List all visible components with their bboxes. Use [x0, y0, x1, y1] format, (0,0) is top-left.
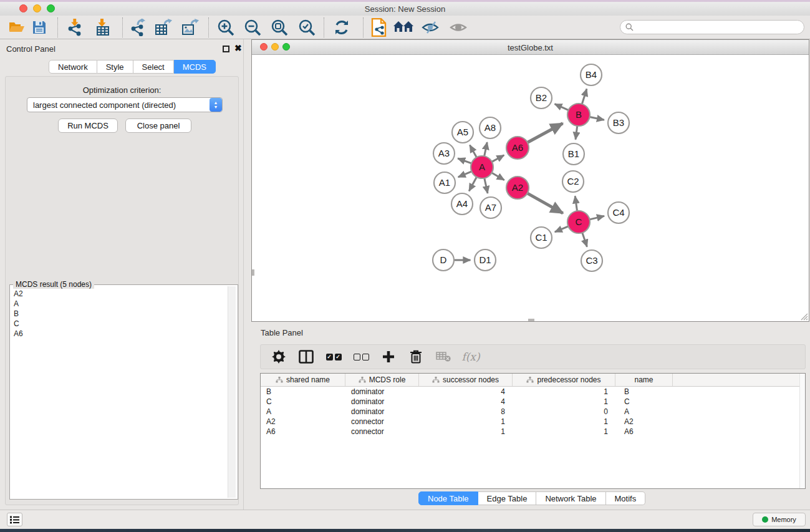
graph-node-C1[interactable]: C1: [531, 227, 552, 248]
table-cell[interactable]: C: [261, 397, 345, 406]
graph-edge-B-B3[interactable]: [590, 117, 604, 120]
graph-edge-C-C4[interactable]: [590, 216, 604, 220]
table-cell[interactable]: A6: [261, 427, 345, 436]
table-cell[interactable]: 1: [513, 417, 615, 426]
table-row[interactable]: A6connector11A6: [261, 427, 805, 437]
table-cell[interactable]: 1: [513, 427, 615, 436]
table-cell[interactable]: dominator: [345, 387, 419, 396]
graph-edge-A-A6[interactable]: [492, 155, 504, 162]
graph-node-C[interactable]: C: [567, 211, 590, 233]
export-network-icon[interactable]: [127, 18, 148, 37]
zoom-selected-icon[interactable]: [296, 18, 317, 37]
show-all-eye-icon[interactable]: [448, 18, 469, 37]
graph-node-C3[interactable]: C3: [581, 250, 602, 271]
optimization-criterion-select[interactable]: largest connected component (directed) ▲…: [27, 97, 223, 112]
tab-network[interactable]: Network: [49, 60, 97, 74]
table-cell[interactable]: connector: [345, 417, 419, 426]
graph-edge-C-C3[interactable]: [582, 233, 587, 247]
table-cell[interactable]: C: [615, 397, 673, 406]
close-panel-button[interactable]: Close panel: [125, 118, 191, 133]
horizontal-scroll-nub[interactable]: [528, 319, 534, 321]
table-cell[interactable]: 1: [419, 427, 513, 436]
table-cell[interactable]: B: [615, 387, 673, 396]
resize-grip-icon[interactable]: [799, 312, 808, 321]
run-mcds-button[interactable]: Run MCDS: [58, 118, 118, 133]
delete-table-icon[interactable]: [434, 349, 453, 365]
mcds-result-item[interactable]: A6: [11, 329, 228, 339]
table-cell[interactable]: A: [261, 407, 345, 416]
graph-node-A7[interactable]: A7: [480, 197, 501, 218]
graph-edge-A-A7[interactable]: [485, 178, 488, 193]
settings-gear-icon[interactable]: [269, 349, 288, 365]
home-icon[interactable]: [393, 18, 414, 37]
table-cell[interactable]: 1: [513, 387, 615, 396]
graph-node-A1[interactable]: A1: [434, 172, 455, 193]
memory-button[interactable]: Memory: [753, 513, 806, 526]
zoom-fit-icon[interactable]: [269, 18, 290, 37]
table-cell[interactable]: dominator: [345, 407, 419, 416]
hide-selected-eye-icon[interactable]: [420, 18, 441, 37]
table-cell[interactable]: 1: [419, 417, 513, 426]
zoom-out-icon[interactable]: [242, 18, 263, 37]
tab-motifs[interactable]: Motifs: [606, 491, 646, 505]
graph-edge-B-B2[interactable]: [555, 104, 569, 110]
close-panel-icon[interactable]: ✖: [234, 45, 242, 52]
column-header-shared-name[interactable]: shared name: [261, 374, 345, 386]
network-window-titlebar[interactable]: testGlobe.txt: [252, 40, 809, 55]
graph-node-D[interactable]: D: [433, 249, 454, 271]
column-header-predecessor-nodes[interactable]: predecessor nodes: [513, 374, 615, 386]
table-row[interactable]: Cdominator41C: [261, 397, 805, 407]
graph-edge-A-A4[interactable]: [469, 177, 476, 191]
mcds-result-item[interactable]: A2: [11, 289, 228, 299]
mcds-result-list[interactable]: A2ABCA6: [11, 289, 228, 339]
table-cell[interactable]: 4: [419, 387, 513, 396]
tab-mcds[interactable]: MCDS: [174, 60, 216, 74]
table-cell[interactable]: 8: [419, 407, 513, 416]
graph-edge-C-C1[interactable]: [555, 226, 569, 232]
float-panel-icon[interactable]: [223, 46, 229, 52]
table-cell[interactable]: dominator: [345, 397, 419, 406]
table-cell[interactable]: A2: [615, 417, 673, 426]
zoom-in-icon[interactable]: [215, 18, 236, 37]
open-session-icon[interactable]: [6, 18, 27, 37]
graph-edge-A-A8[interactable]: [485, 142, 488, 156]
result-scrollbar[interactable]: [228, 286, 236, 498]
graph-edge-A-A1[interactable]: [458, 172, 472, 177]
graph-node-D1[interactable]: D1: [475, 249, 496, 271]
graph-node-C2[interactable]: C2: [562, 171, 584, 192]
graph-edge-A-A5[interactable]: [470, 145, 476, 158]
graph-node-B3[interactable]: B3: [608, 112, 629, 133]
column-header-name[interactable]: name: [615, 374, 673, 386]
graph-edge-A-A3[interactable]: [458, 158, 471, 163]
graph-edge-A-A2[interactable]: [492, 173, 504, 180]
apply-layout-icon[interactable]: [331, 18, 352, 37]
column-chooser-icon[interactable]: [297, 349, 316, 365]
graph-node-A8[interactable]: A8: [480, 117, 501, 138]
graph-node-B4[interactable]: B4: [581, 64, 602, 85]
table-cell[interactable]: 1: [513, 397, 615, 406]
function-builder-icon[interactable]: f(x): [461, 349, 480, 365]
tab-style[interactable]: Style: [97, 60, 133, 74]
import-table-icon[interactable]: [92, 18, 113, 37]
graph-node-B1[interactable]: B1: [563, 143, 584, 165]
export-table-icon[interactable]: [153, 18, 174, 37]
column-header-MCDS-role[interactable]: MCDS role: [345, 374, 419, 386]
table-row[interactable]: A2connector11A2: [261, 417, 805, 427]
table-cell[interactable]: A6: [615, 427, 673, 436]
graph-node-C4[interactable]: C4: [608, 202, 629, 223]
tab-node-table[interactable]: Node Table: [418, 491, 478, 505]
graph-edge-B-B1[interactable]: [576, 126, 577, 140]
table-cell[interactable]: connector: [345, 427, 419, 436]
table-cell[interactable]: 0: [513, 407, 615, 416]
graph-node-A6[interactable]: A6: [506, 137, 529, 159]
network-graph-canvas[interactable]: AA1A3A5A8A4A7A6A2BB1B2B3B4CC1C2C3C4DD1: [252, 55, 809, 321]
table-cell[interactable]: 4: [419, 397, 513, 406]
graph-edge-A6-B[interactable]: [528, 123, 563, 143]
deselect-all-checks-icon[interactable]: [352, 349, 370, 365]
export-image-icon[interactable]: [180, 18, 201, 37]
table-cell[interactable]: A: [615, 407, 673, 416]
vertical-scroll-nub[interactable]: [252, 269, 254, 276]
mcds-result-item[interactable]: B: [11, 309, 228, 319]
tab-edge-table[interactable]: Edge Table: [478, 491, 537, 505]
graph-node-A2[interactable]: A2: [506, 177, 529, 199]
